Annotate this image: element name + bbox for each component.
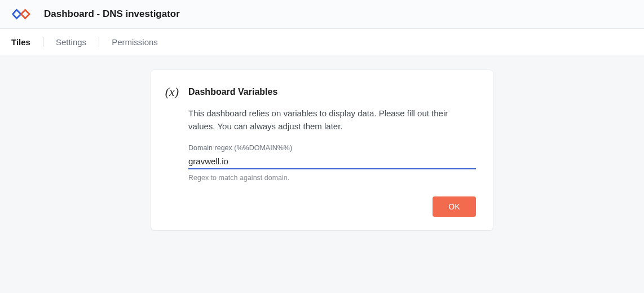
- variable-icon: (x): [164, 85, 180, 99]
- ok-button[interactable]: OK: [433, 196, 476, 217]
- domain-regex-input[interactable]: [188, 155, 476, 169]
- tab-divider: [99, 37, 99, 47]
- dialog-header: (x) Dashboard Variables: [164, 85, 476, 99]
- dialog-actions: OK: [164, 196, 476, 217]
- dialog-body: This dashboard relies on variables to di…: [164, 107, 476, 182]
- page-header: Dashboard - DNS investigator: [0, 0, 644, 29]
- variables-dialog: (x) Dashboard Variables This dashboard r…: [151, 70, 493, 230]
- app-logo-icon: [12, 8, 30, 20]
- domain-regex-label: Domain regex (%%DOMAIN%%): [188, 144, 476, 152]
- dialog-description: This dashboard relies on variables to di…: [188, 107, 476, 133]
- dialog-title: Dashboard Variables: [188, 87, 277, 97]
- domain-regex-help: Regex to match against domain.: [188, 174, 476, 182]
- tab-permissions[interactable]: Permissions: [109, 37, 160, 47]
- tab-tiles[interactable]: Tiles: [9, 37, 33, 47]
- tab-divider: [43, 37, 43, 47]
- tab-bar: Tiles Settings Permissions: [0, 29, 644, 55]
- content-area: (x) Dashboard Variables This dashboard r…: [0, 55, 644, 230]
- page-title: Dashboard - DNS investigator: [44, 8, 180, 20]
- tab-settings[interactable]: Settings: [54, 37, 89, 47]
